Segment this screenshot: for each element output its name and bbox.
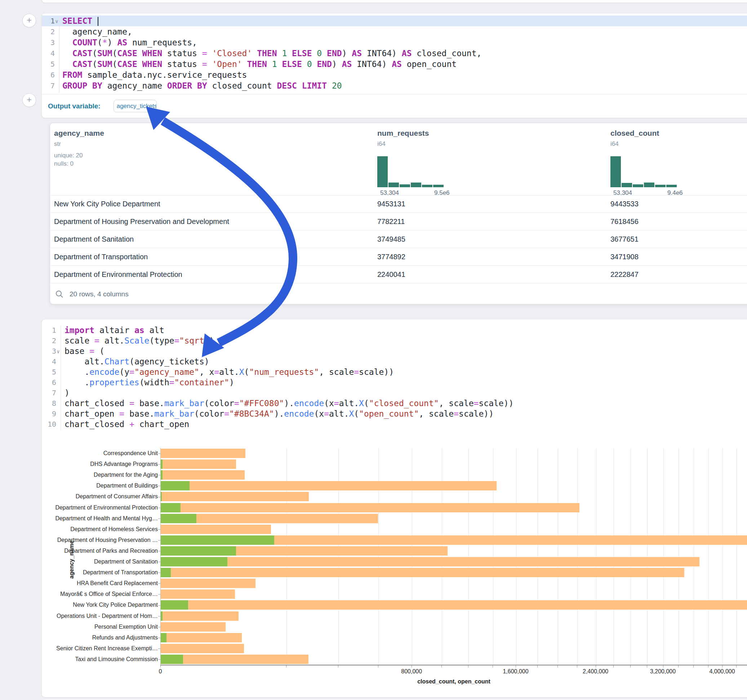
code-line[interactable]: 8chart_closed = base.mark_bar(color="#FF… <box>42 398 747 409</box>
add-cell-button-output[interactable]: + <box>22 93 36 107</box>
fold-chevron-icon[interactable]: ∨ <box>54 16 59 27</box>
open-count-bar <box>161 470 163 480</box>
closed-count-bar <box>161 492 309 501</box>
gridline <box>647 448 647 665</box>
x-axis-tick <box>537 665 538 668</box>
column-type: str <box>54 140 61 148</box>
code-line[interactable]: 7) <box>42 388 747 398</box>
code-text: .properties(width="container") <box>60 377 234 388</box>
table-row[interactable]: New York City Police Department945313194… <box>50 195 747 213</box>
x-axis-line <box>160 665 747 665</box>
x-axis-tick-label: 2,400,000 <box>583 668 608 675</box>
y-axis-label: DHS Advantage Programs <box>42 459 158 469</box>
column-title[interactable]: agency_name <box>54 129 104 137</box>
code-line[interactable]: 6 .properties(width="container") <box>42 377 747 388</box>
closed-count-bar <box>161 525 271 534</box>
y-axis-label: Personal Exemption Unit <box>42 622 158 632</box>
line-number: 7 <box>42 80 59 91</box>
code-line[interactable]: 5 .encode(y="agency_name", x=alt.X("num_… <box>42 367 747 377</box>
code-line[interactable]: 2 agency_name, <box>42 26 747 37</box>
code-text: chart_closed + chart_open <box>60 419 189 430</box>
code-line[interactable]: 1import altair as alt <box>42 325 747 336</box>
code-line[interactable]: 5 CAST(SUM(CASE WHEN status = 'Open' THE… <box>42 59 747 69</box>
open-count-bar <box>161 503 180 512</box>
gridline <box>679 448 679 665</box>
code-text: GROUP BY agency_name ORDER BY closed_cou… <box>59 80 342 91</box>
open-count-bar <box>161 600 188 609</box>
column-histogram <box>377 156 446 187</box>
open-count-bar <box>161 514 197 523</box>
open-count-bar <box>161 546 236 556</box>
y-axis-label: Department of Consumer Affairs <box>42 491 158 502</box>
closed-count-bar <box>161 600 747 609</box>
histogram-bar <box>411 183 421 187</box>
gridline <box>516 448 516 665</box>
code-line[interactable]: 10chart_closed + chart_open <box>42 419 747 430</box>
column-title[interactable]: closed_count <box>611 129 659 137</box>
altair-bar-chart: agency_name Correspondence UnitDHS Advan… <box>42 448 747 689</box>
closed-count-bar <box>161 622 225 632</box>
x-axis-tick <box>722 665 723 668</box>
code-line[interactable]: 6FROM sample_data.nyc.service_requests <box>42 69 747 80</box>
code-line[interactable]: 2scale = alt.Scale(type="sqrt") <box>42 336 747 346</box>
line-number: 4 <box>42 48 59 59</box>
sql-editor[interactable]: 1∨SELECT 2 agency_name,3 COUNT(*) AS num… <box>42 15 747 91</box>
open-count-bar <box>161 557 227 566</box>
closed-count-bar <box>161 611 239 621</box>
code-line[interactable]: 4 alt.Chart(agency_tickets) <box>42 356 747 367</box>
code-text: COUNT(*) AS num_requests, <box>59 37 197 48</box>
y-axis-label: Department of Transportation <box>42 567 158 578</box>
gridline <box>694 448 694 665</box>
code-text: alt.Chart(agency_tickets) <box>60 356 209 367</box>
cell-closed-count: 3677651 <box>611 231 638 248</box>
open-count-bar <box>161 611 163 621</box>
code-line[interactable]: 3 COUNT(*) AS num_requests, <box>42 37 747 48</box>
code-line[interactable]: 7GROUP BY agency_name ORDER BY closed_co… <box>42 80 747 91</box>
gridline <box>538 448 538 665</box>
column-title[interactable]: num_requests <box>377 129 429 137</box>
cell-agency-name: Department of Environmental Protection <box>54 266 182 284</box>
x-axis-tick-label: 800,000 <box>401 668 422 675</box>
cell-agency-name: Department of Housing Preservation and D… <box>54 213 229 231</box>
x-axis-tick-label: 3,200,000 <box>650 668 676 675</box>
code-text: CAST(SUM(CASE WHEN status = 'Open' THEN … <box>59 59 457 69</box>
histogram-bar <box>377 156 388 187</box>
y-axis-label: Correspondence Unit <box>42 448 158 459</box>
code-text: CAST(SUM(CASE WHEN status = 'Closed' THE… <box>59 48 481 59</box>
table-row[interactable]: Department of Transportation377489234719… <box>50 248 747 266</box>
gridline <box>469 448 469 665</box>
x-axis-tick-label: 4,000,000 <box>709 668 735 675</box>
table-row[interactable]: Department of Environmental Protection22… <box>50 266 747 284</box>
line-number: 6 <box>42 69 59 80</box>
histogram-bar <box>666 185 677 187</box>
output-variable-pill[interactable]: agency_tickets <box>113 100 157 112</box>
code-line[interactable]: 1∨SELECT <box>42 15 747 26</box>
cell-closed-count: 7618456 <box>611 213 638 231</box>
sql-cell: 1∨SELECT 2 agency_name,3 COUNT(*) AS num… <box>41 13 747 118</box>
x-axis-tick <box>736 665 736 668</box>
add-cell-button-top[interactable]: + <box>22 14 36 27</box>
y-axis-label: Department of Buildings <box>42 480 158 491</box>
code-line[interactable]: 4 CAST(SUM(CASE WHEN status = 'Closed' T… <box>42 48 747 59</box>
x-axis-tick <box>516 665 516 668</box>
search-icon[interactable] <box>55 290 64 299</box>
gutter-divider <box>60 325 61 430</box>
python-editor[interactable]: 1import altair as alt2scale = alt.Scale(… <box>42 325 747 430</box>
code-line[interactable]: 3∨base = ( <box>42 346 747 356</box>
open-count-bar <box>161 492 162 501</box>
gridline <box>378 448 379 665</box>
x-axis-tick <box>577 665 577 668</box>
fold-chevron-icon[interactable]: ∨ <box>56 346 60 357</box>
gridline <box>286 448 287 665</box>
histogram-bar <box>400 184 410 187</box>
table-row[interactable]: Department of Housing Preservation and D… <box>50 213 747 231</box>
gridline <box>631 448 631 665</box>
y-axis-label: Department of Parks and Recreation <box>42 546 158 556</box>
closed-count-bar <box>161 449 245 458</box>
table-row[interactable]: Department of Sanitation37494853677651 <box>50 231 747 248</box>
y-axis-label: Senior Citizen Rent Increase Exempti… <box>42 643 158 654</box>
code-line[interactable]: 9chart_open = base.mark_bar(color="#8BC3… <box>42 409 747 419</box>
code-text: SELECT <box>59 15 98 26</box>
code-text: agency_name, <box>59 26 132 37</box>
y-axis-label: Refunds and Adjustments <box>42 632 158 643</box>
